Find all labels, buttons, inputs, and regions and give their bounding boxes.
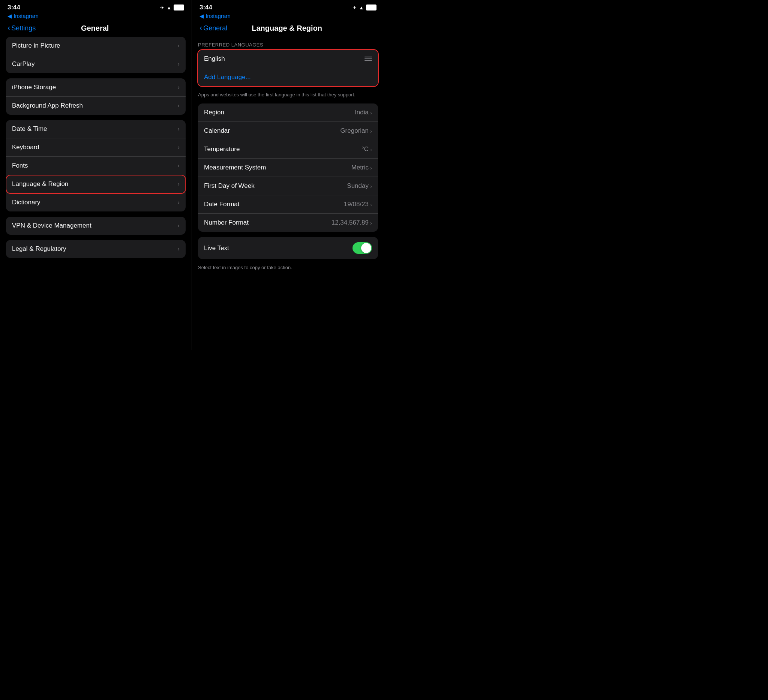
- settings-group-5: Legal & Regulatory ›: [6, 240, 186, 258]
- chevron-storage: ›: [178, 84, 180, 91]
- chevron-fonts: ›: [178, 162, 180, 169]
- language-note: Apps and websites will use the first lan…: [192, 89, 384, 104]
- chev-region: ›: [370, 109, 372, 116]
- wifi-icon: ▲: [166, 5, 171, 11]
- region-value: India ›: [355, 109, 372, 116]
- page-title-right: Language & Region: [227, 24, 347, 33]
- back-app-left: ◀ Instagram: [0, 13, 192, 22]
- date-format-value: 19/08/23 ›: [344, 201, 372, 208]
- english-label: English: [204, 55, 225, 62]
- row-keyboard[interactable]: Keyboard ›: [6, 138, 186, 157]
- nav-bar-right: ‹ General Language & Region: [192, 22, 384, 37]
- airplane-icon-right: ✈: [352, 5, 357, 11]
- language-group: English Add Language...: [198, 50, 378, 86]
- status-icons-right: ✈ ▲ 53: [352, 5, 376, 11]
- chev-datefmt: ›: [370, 201, 372, 208]
- first-day-label: First Day of Week: [204, 182, 254, 190]
- row-number-format[interactable]: Number Format 12,34,567.89 ›: [198, 214, 378, 232]
- live-text-label: Live Text: [204, 245, 229, 252]
- row-carplay[interactable]: CarPlay ›: [6, 55, 186, 73]
- temperature-value: °C ›: [362, 145, 372, 153]
- number-format-value: 12,34,567.89 ›: [331, 219, 372, 227]
- calendar-label: Calendar: [204, 127, 230, 134]
- nav-bar-left: ‹ Settings General: [0, 22, 192, 37]
- chevron-vpn: ›: [178, 222, 180, 229]
- temperature-label: Temperature: [204, 145, 240, 153]
- toggle-knob: [361, 243, 371, 253]
- region-label: Region: [204, 109, 224, 116]
- left-panel: 3:44 ✈ ▲ 53 ◀ Instagram ‹ Settings Gener…: [0, 0, 192, 350]
- back-label-left: Settings: [11, 24, 36, 32]
- row-region[interactable]: Region India ›: [198, 104, 378, 122]
- measurement-label: Measurement System: [204, 164, 266, 171]
- live-text-note: Select text in images to copy or take ac…: [192, 262, 384, 276]
- row-legal[interactable]: Legal & Regulatory ›: [6, 240, 186, 258]
- back-chevron-right: ‹: [200, 23, 202, 33]
- first-day-value: Sunday ›: [347, 182, 372, 190]
- airplane-icon: ✈: [160, 5, 164, 11]
- battery-left: 53: [174, 5, 184, 11]
- chevron-pip: ›: [178, 42, 180, 50]
- row-first-day[interactable]: First Day of Week Sunday ›: [198, 177, 378, 195]
- chev-measurement: ›: [370, 165, 372, 171]
- chevron-dictionary: ›: [178, 199, 180, 206]
- row-vpn[interactable]: VPN & Device Management ›: [6, 217, 186, 235]
- row-temperature[interactable]: Temperature °C ›: [198, 140, 378, 158]
- chevron-datetime: ›: [178, 125, 180, 133]
- settings-group-1: Picture in Picture › CarPlay ›: [6, 37, 186, 73]
- row-picture-in-picture[interactable]: Picture in Picture ›: [6, 37, 186, 55]
- measurement-value: Metric ›: [351, 164, 372, 171]
- english-row[interactable]: English: [198, 50, 378, 68]
- instagram-back-left: ◀ Instagram: [8, 13, 38, 19]
- time-right: 3:44: [200, 4, 212, 11]
- time-left: 3:44: [8, 4, 20, 11]
- settings-group-2: iPhone Storage › Background App Refresh …: [6, 78, 186, 115]
- page-title-left: General: [36, 24, 154, 33]
- live-text-toggle[interactable]: [352, 242, 372, 254]
- chevron-legal: ›: [178, 245, 180, 253]
- chev-calendar: ›: [370, 128, 372, 134]
- status-bar-left: 3:44 ✈ ▲ 53: [0, 0, 192, 13]
- row-measurement[interactable]: Measurement System Metric ›: [198, 158, 378, 177]
- settings-back-button[interactable]: ‹ Settings: [8, 23, 36, 33]
- settings-group-4: VPN & Device Management ›: [6, 217, 186, 235]
- region-group: Region India › Calendar Gregorian › Temp…: [198, 104, 378, 232]
- chevron-language: ›: [178, 181, 180, 188]
- settings-list: Picture in Picture › CarPlay › iPhone St…: [0, 37, 192, 350]
- status-icons-left: ✈ ▲ 53: [160, 5, 184, 11]
- back-chevron-left: ‹: [8, 23, 10, 33]
- row-date-time[interactable]: Date & Time ›: [6, 120, 186, 138]
- chev-numfmt: ›: [370, 220, 372, 226]
- add-language-row[interactable]: Add Language...: [198, 68, 378, 86]
- date-format-label: Date Format: [204, 201, 239, 208]
- chev-firstday: ›: [370, 183, 372, 189]
- status-bar-right: 3:44 ✈ ▲ 53: [192, 0, 384, 13]
- add-language-label: Add Language...: [204, 74, 251, 81]
- back-app-right: ◀ Instagram: [192, 13, 384, 22]
- row-date-format[interactable]: Date Format 19/08/23 ›: [198, 195, 378, 214]
- reorder-icon[interactable]: [365, 57, 372, 61]
- live-text-group: Live Text: [198, 237, 378, 259]
- live-text-row[interactable]: Live Text: [198, 237, 378, 259]
- row-language-region[interactable]: Language & Region ›: [6, 175, 186, 193]
- number-format-label: Number Format: [204, 219, 249, 227]
- row-calendar[interactable]: Calendar Gregorian ›: [198, 122, 378, 140]
- chevron-bgrefresh: ›: [178, 102, 180, 109]
- calendar-value: Gregorian ›: [340, 127, 372, 134]
- row-iphone-storage[interactable]: iPhone Storage ›: [6, 78, 186, 97]
- settings-group-3: Date & Time › Keyboard › Fonts › Languag…: [6, 120, 186, 211]
- wifi-icon-right: ▲: [359, 5, 364, 11]
- row-fonts[interactable]: Fonts ›: [6, 157, 186, 175]
- chevron-keyboard: ›: [178, 144, 180, 151]
- language-region-scroll: PREFERRED LANGUAGES English Add Language…: [192, 37, 384, 350]
- chevron-carplay: ›: [178, 60, 180, 68]
- chev-temp: ›: [370, 146, 372, 153]
- instagram-back-right: ◀ Instagram: [200, 13, 230, 19]
- general-back-button[interactable]: ‹ General: [200, 23, 227, 33]
- row-background-refresh[interactable]: Background App Refresh ›: [6, 97, 186, 115]
- back-label-right: General: [203, 24, 227, 32]
- row-dictionary[interactable]: Dictionary ›: [6, 193, 186, 211]
- preferred-languages-header: PREFERRED LANGUAGES: [192, 37, 384, 50]
- battery-right: 53: [366, 5, 376, 11]
- right-panel: 3:44 ✈ ▲ 53 ◀ Instagram ‹ General Langua…: [192, 0, 384, 350]
